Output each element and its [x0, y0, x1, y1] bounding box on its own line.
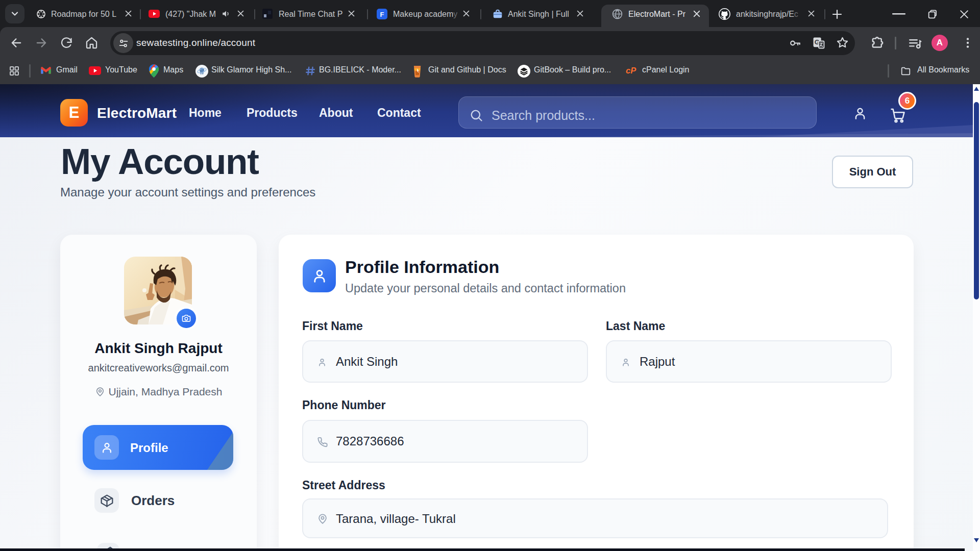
svg-text:F: F	[380, 11, 384, 18]
svg-text:cP: cP	[626, 66, 636, 75]
